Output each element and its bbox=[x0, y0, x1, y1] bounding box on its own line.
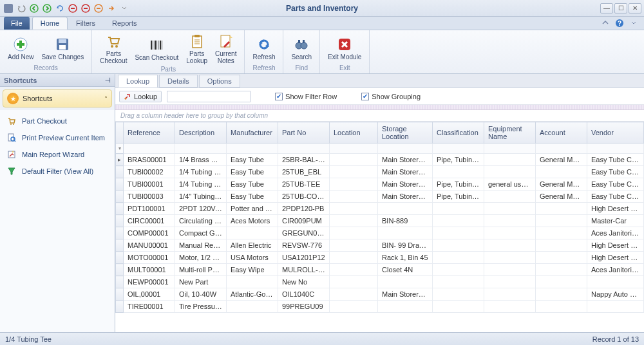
table-cell[interactable]: 25TUB-COUP-116 bbox=[278, 191, 330, 203]
filter-cell[interactable] bbox=[433, 144, 484, 154]
table-cell[interactable]: 99PREGU09 bbox=[278, 301, 330, 313]
tab-details[interactable]: Details bbox=[159, 75, 198, 88]
column-header[interactable]: Reference bbox=[124, 122, 175, 144]
table-row[interactable]: OIL,00001Oil, 10-40WAtlantic-GoodfieldOI… bbox=[116, 288, 644, 301]
table-cell[interactable]: High Desert Elect... bbox=[587, 252, 644, 264]
splitter-grip[interactable] bbox=[115, 105, 644, 110]
qat-refresh-icon[interactable] bbox=[54, 3, 66, 14]
table-cell[interactable]: Easy Tube Comp... bbox=[587, 191, 644, 203]
qat-warn-icon[interactable] bbox=[93, 3, 104, 14]
column-header[interactable]: Location bbox=[330, 122, 378, 144]
table-cell[interactable]: Multi-roll Paper ... bbox=[175, 264, 227, 276]
group-by-hint[interactable]: Drag a column header here to group by th… bbox=[115, 110, 644, 122]
table-cell[interactable] bbox=[330, 252, 378, 264]
table-cell[interactable]: COMP00001 bbox=[124, 227, 175, 239]
table-cell[interactable] bbox=[330, 191, 378, 203]
help-dropdown-icon[interactable] bbox=[629, 18, 639, 28]
current-notes-button[interactable]: CurrentNotes bbox=[211, 32, 240, 66]
table-cell[interactable] bbox=[484, 227, 536, 239]
table-cell[interactable]: NEWP00001 bbox=[124, 276, 175, 288]
table-cell[interactable] bbox=[330, 227, 378, 239]
table-cell[interactable] bbox=[433, 166, 484, 178]
table-cell[interactable] bbox=[484, 288, 536, 301]
table-cell[interactable]: Easy Tube Comp... bbox=[587, 154, 644, 166]
qat-arrow-icon[interactable] bbox=[106, 3, 117, 14]
filter-cell[interactable] bbox=[378, 144, 433, 154]
table-cell[interactable]: 1/4 Brass Ball Va... bbox=[175, 154, 227, 166]
table-cell[interactable]: Easy Tube bbox=[227, 178, 278, 191]
table-cell[interactable] bbox=[330, 178, 378, 191]
table-cell[interactable]: 2PDP120-PB bbox=[278, 203, 330, 215]
refresh-button[interactable]: Refresh bbox=[249, 32, 279, 64]
table-cell[interactable]: High Desert Elect... bbox=[587, 203, 644, 215]
column-header[interactable]: Equipment Name bbox=[484, 122, 536, 144]
save-changes-button[interactable]: Save Changes bbox=[38, 32, 88, 64]
minimize-button[interactable]: ― bbox=[600, 3, 613, 14]
table-row[interactable]: TIRE00001Tire Pressure Ga...99PREGU09 bbox=[116, 301, 644, 313]
maximize-button[interactable]: ☐ bbox=[614, 3, 627, 14]
table-cell[interactable]: Main Storeroom bbox=[378, 154, 433, 166]
table-cell[interactable]: Aces Janitorial S... bbox=[587, 227, 644, 239]
table-cell[interactable]: 25TUB_EBL bbox=[278, 166, 330, 178]
table-cell[interactable]: Aces Motors bbox=[227, 215, 278, 227]
table-cell[interactable] bbox=[227, 276, 278, 288]
table-cell[interactable] bbox=[330, 166, 378, 178]
table-cell[interactable]: Rack 1, Bin 45 bbox=[378, 252, 433, 264]
table-row[interactable]: MANU00001Manual Reversin...Allen Electri… bbox=[116, 239, 644, 252]
table-cell[interactable]: Main Storeroom bbox=[378, 166, 433, 178]
table-cell[interactable] bbox=[536, 203, 587, 215]
table-cell[interactable] bbox=[484, 154, 536, 166]
table-cell[interactable] bbox=[536, 301, 587, 313]
filter-cell[interactable] bbox=[278, 144, 330, 154]
table-cell[interactable] bbox=[227, 227, 278, 239]
table-cell[interactable]: Aces Janitorial S... bbox=[587, 264, 644, 276]
column-header[interactable]: Vendor bbox=[587, 122, 644, 144]
table-cell[interactable]: BIN- 99 Drawer 4 bbox=[378, 239, 433, 252]
table-cell[interactable] bbox=[433, 215, 484, 227]
filter-cell[interactable] bbox=[330, 144, 378, 154]
table-cell[interactable]: 25TUB-TEE bbox=[278, 178, 330, 191]
filter-cell[interactable] bbox=[227, 144, 278, 154]
column-header[interactable]: Manufacturer bbox=[227, 122, 278, 144]
table-cell[interactable]: Oil, 10-40W bbox=[175, 288, 227, 301]
table-row[interactable]: CIRC00001Circulating PumpAces MotorsCIR0… bbox=[116, 215, 644, 227]
table-cell[interactable] bbox=[330, 276, 378, 288]
table-cell[interactable]: Atlantic-Goodfield bbox=[227, 288, 278, 301]
table-cell[interactable] bbox=[536, 264, 587, 276]
table-cell[interactable]: TUBI00002 bbox=[124, 166, 175, 178]
table-cell[interactable]: Closet 4N bbox=[378, 264, 433, 276]
show-filter-row-checkbox[interactable]: ✔ Show Filter Row bbox=[275, 93, 337, 100]
table-cell[interactable]: 1/4 Tubing 90 d... bbox=[175, 166, 227, 178]
table-cell[interactable]: Main Storeroom bbox=[378, 178, 433, 191]
filter-cell[interactable] bbox=[175, 144, 227, 154]
table-cell[interactable] bbox=[587, 301, 644, 313]
lookup-button[interactable]: Lookup bbox=[119, 91, 162, 102]
table-cell[interactable]: Easy Tube Comp... bbox=[587, 178, 644, 191]
search-button[interactable]: Search bbox=[287, 32, 316, 64]
table-cell[interactable] bbox=[378, 276, 433, 288]
table-cell[interactable]: MULROLL-99867 bbox=[278, 264, 330, 276]
shortcuts-group-header[interactable]: ★ Shortcuts ˄ bbox=[3, 89, 112, 107]
table-cell[interactable]: TIRE00001 bbox=[124, 301, 175, 313]
tab-lookup[interactable]: Lookup bbox=[118, 75, 158, 88]
table-cell[interactable] bbox=[484, 301, 536, 313]
column-header[interactable]: Part No bbox=[278, 122, 330, 144]
table-cell[interactable]: MANU00001 bbox=[124, 239, 175, 252]
table-cell[interactable]: 2PDT 120VAC R... bbox=[175, 203, 227, 215]
table-cell[interactable]: USA Motors bbox=[227, 252, 278, 264]
qat-back-icon[interactable] bbox=[28, 3, 40, 14]
table-cell[interactable]: General Mainten... bbox=[536, 191, 587, 203]
qat-stop-icon[interactable] bbox=[67, 3, 79, 14]
lookup-input[interactable] bbox=[167, 91, 251, 102]
table-cell[interactable]: Easy Tube bbox=[227, 191, 278, 203]
table-cell[interactable]: 25BR-BAL-VAL01 bbox=[278, 154, 330, 166]
table-cell[interactable] bbox=[484, 264, 536, 276]
table-cell[interactable] bbox=[433, 276, 484, 288]
sidebar-item-default-filter[interactable]: Default Filter (View All) bbox=[0, 163, 115, 180]
table-cell[interactable] bbox=[330, 264, 378, 276]
table-cell[interactable]: BIN-889 bbox=[378, 215, 433, 227]
column-header[interactable]: Account bbox=[536, 122, 587, 144]
table-cell[interactable] bbox=[536, 166, 587, 178]
table-cell[interactable] bbox=[433, 252, 484, 264]
qat-forward-icon[interactable] bbox=[41, 3, 53, 14]
